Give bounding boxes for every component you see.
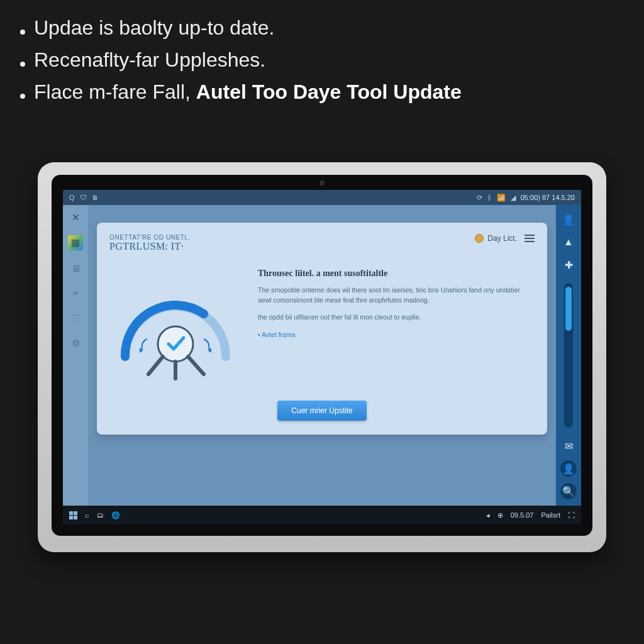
- add-glyph: ✚: [565, 259, 573, 271]
- taskbar-clock-label: Pailsrt: [541, 511, 560, 519]
- screen: Q 🛡 🗎 ⟳ ᛒ 📶 ◢ 05:00) 87 14.5.20 ✕ ▦: [63, 190, 581, 525]
- system-statusbar: Q 🛡 🗎 ⟳ ᛒ 📶 ◢ 05:00) 87 14.5.20: [63, 190, 581, 205]
- bullet-dot-icon: [20, 94, 25, 99]
- user-icon[interactable]: 👤: [560, 211, 577, 228]
- close-glyph: ✕: [72, 212, 80, 223]
- fullscreen-icon[interactable]: ⛶: [568, 511, 575, 519]
- taskbar-file-explorer-icon[interactable]: 🗂: [97, 511, 104, 519]
- left-rail: ✕ ▦ 🖥 ⌖ ♡ ⚙: [63, 205, 88, 506]
- svg-line-1: [188, 357, 204, 374]
- search-icon[interactable]: 🔍: [560, 483, 577, 499]
- update-card: Onettat're od Unetl. PGTRLUSM: IT· Day L…: [97, 223, 547, 435]
- mail-glyph: ✉: [565, 440, 573, 452]
- scrollbar-thumb[interactable]: [565, 287, 572, 331]
- card-header-right: Day Lict.: [475, 234, 535, 243]
- webcam-icon: [319, 180, 325, 186]
- laptop-frame: Q 🛡 🗎 ⟳ ᛒ 📶 ◢ 05:00) 87 14.5.20 ✕ ▦: [38, 162, 606, 552]
- mail-icon[interactable]: ✉: [560, 438, 577, 454]
- overlay-bullet-3-text: Flace m-fare Fall, Autel Too Daye Tool U…: [34, 80, 462, 104]
- right-scrollbar[interactable]: [564, 283, 573, 428]
- statusbar-time: 05:00) 87 14.5.20: [521, 194, 575, 201]
- up-arrow-icon[interactable]: ▲: [560, 234, 577, 250]
- device-icon[interactable]: 🖥: [68, 260, 83, 275]
- card-body-line-1: The srnopoble onterne does wil there soo…: [258, 285, 535, 306]
- bullet-dot-icon: [20, 62, 25, 67]
- tray-globe-icon[interactable]: ⊕: [497, 511, 503, 519]
- laptop-bezel: Q 🛡 🗎 ⟳ ᛒ 📶 ◢ 05:00) 87 14.5.20 ✕ ▦: [52, 175, 592, 536]
- start-button[interactable]: [69, 511, 77, 519]
- settings-icon[interactable]: ⚙: [68, 336, 83, 351]
- avatar-icon: [475, 234, 484, 243]
- card-content: Throusec liitel. a ment susoftitaltle Th…: [258, 269, 535, 340]
- search-glyph: 🔍: [562, 486, 575, 497]
- apps-icon[interactable]: ▦: [68, 235, 83, 250]
- cta-row: Cuer mrier Upstite: [109, 401, 535, 421]
- user-glyph: 👤: [562, 214, 575, 226]
- overlay-bullet-1: Updae is baolty up-to date.: [20, 16, 624, 40]
- hamburger-menu-icon[interactable]: [525, 235, 535, 242]
- daylict-dropdown[interactable]: Day Lict.: [475, 234, 517, 243]
- brand-eyebrow: Onettat're od Unetl.: [109, 234, 191, 241]
- overlay-bullet-2-text: Recenaflty-far Uppleshes.: [34, 48, 265, 72]
- card-body-line-2: the opdd bii ulfilanen out ther fal lit …: [258, 312, 535, 322]
- shield-icon[interactable]: 🛡: [80, 194, 87, 201]
- wifi-icon[interactable]: 📶: [497, 194, 506, 202]
- settings-glyph: ⚙: [72, 338, 80, 349]
- overlay-bullet-3-prefix: Flace m-fare Fall,: [34, 80, 196, 103]
- taskbar-search-icon[interactable]: ⌕: [85, 511, 89, 519]
- card-heading: Throusec liitel. a ment susoftitaltle: [258, 269, 535, 279]
- taskbar-right: ◂ ⊕ 09.5.07 Pailsrt ⛶: [486, 511, 575, 519]
- overlay-bullet-3: Flace m-fare Fall, Autel Too Daye Tool U…: [20, 80, 624, 104]
- taskbar: ⌕ 🗂 🌐 ◂ ⊕ 09.5.07 Pailsrt ⛶: [63, 506, 581, 525]
- profile-glyph: 👤: [562, 463, 575, 475]
- statusbar-right: ⟳ ᛒ 📶 ◢ 05:00) 87 14.5.20: [477, 194, 575, 202]
- check-update-button[interactable]: Cuer mrier Upstite: [277, 401, 366, 421]
- workarea: ✕ ▦ 🖥 ⌖ ♡ ⚙ Onettat're od Unetl. PGTRLUS…: [63, 205, 581, 506]
- taskbar-browser-icon[interactable]: 🌐: [111, 511, 120, 519]
- svg-line-2: [148, 357, 163, 374]
- up-arrow-glyph: ▲: [564, 236, 574, 248]
- tray-expand-icon[interactable]: ◂: [486, 511, 490, 519]
- close-icon[interactable]: ✕: [68, 210, 83, 225]
- statusbar-left: Q 🛡 🗎: [69, 194, 99, 201]
- document-icon[interactable]: 🗎: [92, 194, 99, 201]
- heart-icon[interactable]: ♡: [68, 311, 83, 326]
- overlay-bullet-3-strong: Autel Too Daye Tool Update: [196, 80, 462, 103]
- signal-icon[interactable]: ◢: [511, 194, 516, 202]
- taskbar-left: ⌕ 🗂 🌐: [69, 511, 120, 519]
- card-link[interactable]: Avtet frama: [258, 331, 296, 338]
- scan-glyph: ⌖: [73, 287, 78, 299]
- taskbar-clock: 09.5.07: [511, 511, 534, 519]
- overlay-bullet-2: Recenaflty-far Uppleshes.: [20, 48, 624, 72]
- card-body: Throusec liitel. a ment susoftitaltle Th…: [109, 269, 535, 382]
- windows-icon: [69, 511, 77, 519]
- brand-title: PGTRLUSM: IT·: [109, 241, 191, 252]
- heart-glyph: ♡: [72, 313, 80, 324]
- sync-icon[interactable]: ⟳: [477, 194, 482, 202]
- search-icon[interactable]: Q: [69, 194, 75, 201]
- daylict-label: Day Lict.: [487, 234, 517, 243]
- profile-icon[interactable]: 👤: [560, 460, 577, 477]
- apps-glyph: ▦: [71, 237, 80, 248]
- card-header: Onettat're od Unetl. PGTRLUSM: IT· Day L…: [109, 234, 535, 252]
- overlay-text-block: Updae is baolty up-to date. Recenaflty-f…: [20, 16, 624, 113]
- device-glyph: 🖥: [71, 263, 80, 274]
- bullet-dot-icon: [20, 30, 25, 35]
- overlay-bullet-1-text: Updae is baolty up-to date.: [34, 16, 274, 40]
- scan-icon[interactable]: ⌖: [68, 286, 83, 301]
- main-stage: Onettat're od Unetl. PGTRLUSM: IT· Day L…: [88, 205, 556, 506]
- gauge-illustration: [109, 269, 242, 382]
- add-icon[interactable]: ✚: [560, 257, 577, 273]
- brand-block: Onettat're od Unetl. PGTRLUSM: IT·: [109, 234, 191, 252]
- gauge-svg: [109, 269, 242, 382]
- bluetooth-icon[interactable]: ᛒ: [487, 194, 492, 201]
- right-rail: 👤 ▲ ✚ ✉ 👤 🔍: [556, 205, 581, 506]
